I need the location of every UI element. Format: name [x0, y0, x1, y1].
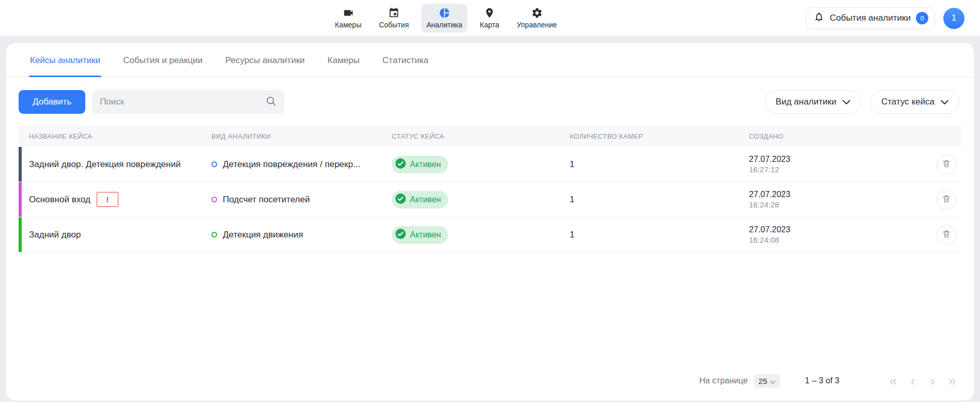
chevron-down-icon: [843, 97, 850, 107]
header-case-status: СТАТУС КЕЙСА: [385, 132, 562, 140]
case-name-cell: Основной вход !: [22, 192, 204, 207]
created-date: 27.07.2023: [749, 225, 790, 234]
delete-case-button[interactable]: [937, 155, 956, 174]
next-page-button[interactable]: ›: [925, 374, 940, 388]
created-time: 16:27:12: [749, 165, 779, 174]
nav-item-label: Аналитика: [426, 21, 462, 29]
header-camera-count: КОЛИЧЕСТВО КАМЕР: [562, 132, 742, 140]
status-label: Активен: [410, 195, 441, 204]
nav-item-label: Карта: [480, 21, 499, 29]
nav-item-label: Управление: [517, 21, 557, 29]
check-circle-icon: [395, 229, 406, 241]
filter-case-status-label: Статус кейса: [881, 97, 935, 107]
bell-icon: [814, 11, 824, 25]
error-alert-icon: !: [97, 192, 118, 207]
trash-icon: [942, 194, 951, 205]
analytics-pie-icon: [439, 7, 450, 19]
header-created: СОЗДАНО: [742, 132, 929, 140]
nav-item-analytics[interactable]: Аналитика: [421, 4, 467, 33]
analytics-type-label: Подсчет посетителей: [223, 195, 310, 205]
status-badge: Активен: [392, 156, 448, 173]
analytics-type-label: Детекция движения: [223, 230, 303, 240]
analytics-type-label: Детекция повреждения / перекр...: [223, 159, 360, 170]
camera-count-cell: 1: [562, 230, 742, 240]
created-time: 16:24:08: [749, 235, 779, 244]
nav-item-cameras[interactable]: Камеры: [330, 4, 366, 33]
per-page-select[interactable]: 25: [754, 374, 780, 388]
nav-item-map[interactable]: Карта: [474, 4, 504, 33]
case-status-cell: Активен: [385, 226, 562, 244]
table-row[interactable]: Задний двор Детекция движения Активен 1 …: [19, 217, 961, 252]
case-status-cell: Активен: [385, 191, 562, 209]
analytics-type-cell: Детекция повреждения / перекр...: [204, 159, 385, 170]
table-header-row: НАЗВАНИЕ КЕЙСА ВИД АНАЛИТИКИ СТАТУС КЕЙС…: [19, 125, 961, 147]
status-label: Активен: [410, 160, 441, 169]
tab-statistics[interactable]: Статистика: [381, 43, 430, 77]
nav-item-events[interactable]: События: [374, 4, 414, 33]
first-page-button[interactable]: «: [886, 374, 900, 388]
chevron-down-icon: [941, 97, 948, 107]
header-case-name: НАЗВАНИЕ КЕЙСА: [22, 132, 204, 140]
prev-page-button[interactable]: ‹: [906, 374, 920, 388]
camera-count: 1: [570, 159, 574, 170]
analytics-type-cell: Детекция движения: [204, 230, 385, 240]
camera-count: 1: [570, 230, 574, 240]
case-name: Задний двор. Детекция повреждений: [29, 159, 180, 170]
filter-analytics-type[interactable]: Вид аналитики: [765, 90, 861, 114]
add-button[interactable]: Добавить: [19, 90, 85, 114]
table-row[interactable]: Основной вход ! Подсчет посетителей Акти…: [19, 182, 961, 217]
case-name-cell: Задний двор. Детекция повреждений: [22, 159, 204, 170]
tab-cameras[interactable]: Камеры: [327, 43, 361, 77]
analytics-type-cell: Подсчет посетителей: [204, 195, 385, 205]
analytics-type-dot-icon: [211, 232, 217, 237]
content-card: Кейсы аналитики События и реакции Ресурс…: [6, 43, 974, 400]
tabs-bar: Кейсы аналитики События и реакции Ресурс…: [6, 43, 974, 77]
pager-controls: « ‹ › »: [886, 374, 959, 388]
tab-events-reactions[interactable]: События и реакции: [122, 43, 204, 77]
status-label: Активен: [410, 230, 441, 240]
created-time: 16:24:28: [749, 200, 779, 209]
status-badge: Активен: [392, 226, 448, 244]
per-page-label: На странице: [699, 376, 748, 385]
tab-analytics-cases[interactable]: Кейсы аналитики: [29, 43, 101, 77]
tab-analytics-resources[interactable]: Ресурсы аналитики: [224, 43, 306, 77]
map-pin-icon: [484, 7, 495, 19]
check-circle-icon: [395, 193, 406, 206]
search-box: [92, 90, 284, 114]
nav-item-label: События: [379, 21, 409, 29]
case-name: Основной вход: [29, 195, 90, 205]
table-row[interactable]: Задний двор. Детекция повреждений Детекц…: [19, 147, 961, 182]
delete-case-button[interactable]: [937, 190, 956, 210]
created-cell: 27.07.2023 16:24:08: [742, 225, 929, 244]
nav-item-management[interactable]: Управление: [512, 4, 562, 33]
analytics-events-label: События аналитики: [830, 13, 911, 23]
avatar-label: 1: [952, 13, 956, 23]
pagination-range: 1 – 3 of 3: [805, 376, 839, 385]
created-date: 27.07.2023: [749, 190, 790, 199]
main-nav: Камеры События Аналитика Карта Управлени…: [330, 0, 562, 36]
last-page-button[interactable]: »: [945, 374, 959, 388]
check-circle-icon: [395, 158, 406, 171]
camera-count-cell: 1: [562, 159, 742, 170]
events-count-badge: 0: [916, 12, 928, 24]
toolbar: Добавить Вид аналитики Статус кейса: [6, 77, 974, 125]
filter-case-status[interactable]: Статус кейса: [870, 90, 959, 114]
row-actions-cell: [929, 190, 961, 210]
events-icon: [388, 7, 400, 19]
row-actions-cell: [929, 155, 961, 174]
camera-count-cell: 1: [562, 195, 742, 205]
created-cell: 27.07.2023 16:24:28: [742, 190, 929, 209]
camera-icon: [343, 7, 354, 19]
header-analytics-type: ВИД АНАЛИТИКИ: [204, 132, 385, 140]
search-icon: [266, 96, 277, 109]
gear-icon: [531, 7, 543, 19]
filter-analytics-type-label: Вид аналитики: [776, 97, 836, 107]
cases-table: НАЗВАНИЕ КЕЙСА ВИД АНАЛИТИКИ СТАТУС КЕЙС…: [6, 125, 974, 252]
avatar[interactable]: 1: [943, 8, 964, 29]
created-cell: 27.07.2023 16:27:12: [742, 155, 929, 174]
trash-icon: [942, 229, 951, 240]
search-input[interactable]: [100, 97, 261, 107]
analytics-type-dot-icon: [211, 197, 217, 202]
delete-case-button[interactable]: [937, 225, 956, 245]
analytics-events-button[interactable]: События аналитики 0: [806, 7, 935, 29]
